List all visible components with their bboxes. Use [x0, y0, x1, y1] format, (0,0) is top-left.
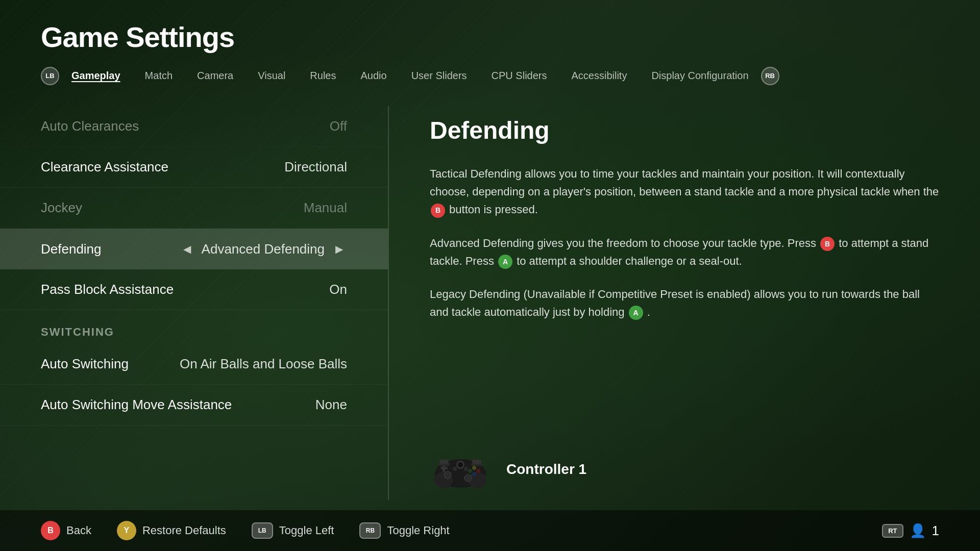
header: Game Settings LB Gameplay Match Camera V… — [0, 0, 980, 96]
a-button-icon-2: A — [629, 306, 643, 320]
rb-toggle-right-button[interactable]: RB — [359, 522, 381, 539]
svg-point-10 — [472, 466, 476, 470]
back-action[interactable]: B Back — [41, 521, 91, 540]
rb-button[interactable]: RB — [761, 67, 779, 85]
settings-panel: Auto Clearances Off Clearance Assistance… — [0, 96, 388, 510]
pass-block-value: On — [329, 282, 347, 297]
svg-point-6 — [444, 471, 451, 479]
switching-section-header: SWITCHING — [0, 310, 388, 344]
svg-point-5 — [458, 462, 463, 467]
controller-icon — [430, 449, 491, 490]
defending-control: ◀ Advanced Defending ▶ — [179, 241, 347, 257]
auto-clearances-value: Off — [330, 118, 347, 134]
lb-button[interactable]: LB — [41, 67, 59, 85]
tab-cpu-sliders[interactable]: CPU Sliders — [479, 66, 559, 86]
toggle-left-action[interactable]: LB Toggle Left — [252, 522, 334, 539]
setting-jockey[interactable]: Jockey Manual — [0, 188, 388, 229]
info-paragraph-3: Legacy Defending (Unavailable if Competi… — [430, 285, 939, 321]
svg-point-11 — [476, 469, 480, 473]
player-count-section: RT 👤 1 — [882, 523, 939, 539]
auto-switching-move-value: None — [315, 397, 347, 413]
toggle-right-label: Toggle Right — [387, 524, 449, 537]
defending-arrow-right[interactable]: ▶ — [331, 241, 347, 257]
tab-gameplay[interactable]: Gameplay — [59, 66, 133, 86]
bottom-bar: B Back Y Restore Defaults LB Toggle Left… — [0, 510, 980, 551]
defending-label: Defending — [41, 241, 179, 257]
tab-display-config[interactable]: Display Configuration — [639, 66, 761, 86]
b-button-icon: B — [431, 204, 445, 218]
defending-arrow-left[interactable]: ◀ — [179, 241, 195, 257]
setting-auto-clearances[interactable]: Auto Clearances Off — [0, 106, 388, 147]
tab-visual[interactable]: Visual — [246, 66, 298, 86]
svg-point-13 — [472, 472, 476, 476]
toggle-left-label: Toggle Left — [279, 524, 334, 537]
svg-rect-17 — [472, 460, 481, 464]
page-title: Game Settings — [41, 20, 939, 54]
defending-value: Advanced Defending — [202, 241, 325, 257]
jockey-label: Jockey — [41, 200, 304, 216]
tab-rules[interactable]: Rules — [298, 66, 348, 86]
svg-point-7 — [464, 474, 472, 482]
toggle-right-action[interactable]: RB Toggle Right — [359, 522, 449, 539]
b-button-icon-2: B — [820, 237, 835, 251]
tab-audio[interactable]: Audio — [348, 66, 399, 86]
b-back-button[interactable]: B — [41, 521, 60, 540]
auto-clearances-label: Auto Clearances — [41, 118, 330, 134]
player-icon: 👤 — [910, 523, 926, 539]
controller-section: Controller 1 — [430, 449, 939, 490]
svg-point-19 — [464, 467, 468, 471]
tab-accessibility[interactable]: Accessibility — [559, 66, 639, 86]
player-count: 1 — [932, 523, 939, 539]
auto-switching-value: On Air Balls and Loose Balls — [180, 356, 347, 372]
back-label: Back — [66, 524, 91, 537]
svg-rect-9 — [443, 465, 445, 472]
lb-toggle-left-button[interactable]: LB — [252, 522, 273, 539]
controller-name: Controller 1 — [506, 461, 586, 478]
rt-button[interactable]: RT — [882, 524, 903, 538]
svg-rect-16 — [439, 460, 449, 464]
auto-switching-move-label: Auto Switching Move Assistance — [41, 397, 315, 413]
tab-camera[interactable]: Camera — [185, 66, 246, 86]
info-panel: Defending Tactical Defending allows you … — [389, 96, 980, 510]
clearance-assistance-label: Clearance Assistance — [41, 159, 284, 175]
controller-svg — [432, 450, 488, 489]
jockey-value: Manual — [304, 200, 347, 216]
setting-auto-switching-move[interactable]: Auto Switching Move Assistance None — [0, 385, 388, 425]
tab-match[interactable]: Match — [133, 66, 185, 86]
a-button-icon: A — [498, 255, 512, 269]
setting-auto-switching[interactable]: Auto Switching On Air Balls and Loose Ba… — [0, 344, 388, 385]
y-restore-button[interactable]: Y — [117, 521, 136, 540]
info-paragraph-2: Advanced Defending gives you the freedom… — [430, 234, 939, 270]
tab-user-sliders[interactable]: User Sliders — [399, 66, 479, 86]
restore-label: Restore Defaults — [142, 524, 226, 537]
restore-action[interactable]: Y Restore Defaults — [117, 521, 226, 540]
setting-pass-block[interactable]: Pass Block Assistance On — [0, 269, 388, 310]
nav-tabs: LB Gameplay Match Camera Visual Rules Au… — [41, 66, 939, 86]
setting-defending[interactable]: Defending ◀ Advanced Defending ▶ — [0, 229, 388, 269]
auto-switching-label: Auto Switching — [41, 356, 180, 372]
info-paragraph-1: Tactical Defending allows you to time yo… — [430, 165, 939, 219]
clearance-assistance-value: Directional — [284, 159, 347, 175]
pass-block-label: Pass Block Assistance — [41, 282, 329, 297]
svg-point-12 — [468, 469, 472, 473]
main-content: Auto Clearances Off Clearance Assistance… — [0, 96, 980, 510]
setting-clearance-assistance[interactable]: Clearance Assistance Directional — [0, 147, 388, 188]
svg-point-18 — [453, 467, 457, 471]
info-title: Defending — [430, 116, 939, 144]
